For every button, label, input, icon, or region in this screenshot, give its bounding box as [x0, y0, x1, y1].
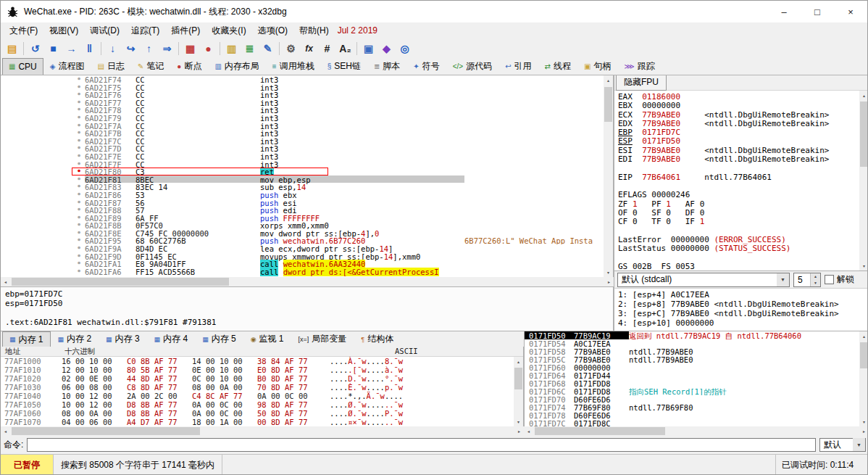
open-file-icon[interactable]: ▤	[3, 40, 21, 57]
disasm-row[interactable]: ●6AD21F7DCCint3	[1, 144, 613, 152]
stack-row[interactable]: 0171FD640171FD44	[525, 371, 868, 379]
scroll-left-icon[interactable]: ◂	[1, 277, 10, 286]
dump-row[interactable]: 77AF106008 00 0A 00D8 8B AF 770A 00 0C 0…	[1, 409, 523, 418]
disasm-row[interactable]: ●6AD21F7BCCint3	[1, 129, 613, 137]
scroll-left-icon[interactable]: ◂	[1, 426, 10, 436]
fx-icon[interactable]: fx	[300, 40, 318, 57]
register-line[interactable]: EIP 77B64061 ntdll.77B64061	[618, 173, 865, 182]
menu-item[interactable]: 帮助(H)	[293, 23, 335, 38]
breakpoints-icon[interactable]: ●	[199, 40, 217, 57]
register-line[interactable]: GS 002B FS 0053	[618, 263, 865, 270]
stack-row[interactable]: 0171FD78D60FE6D6	[525, 411, 868, 419]
dump-row[interactable]: 77AF107004 00 06 00A4 D7 AF 7718 00 1A 0…	[1, 418, 523, 426]
memory-map-icon[interactable]: ▥	[222, 40, 241, 57]
breakpoint-dot[interactable]: ●	[73, 252, 85, 260]
scroll-right-icon[interactable]: ▸	[859, 426, 868, 436]
tab-script[interactable]: ≣脚本	[367, 58, 406, 75]
hash-icon[interactable]: #	[318, 40, 336, 57]
settings-icon[interactable]: ⚙	[282, 40, 300, 57]
breakpoint-dot[interactable]: ●	[73, 144, 85, 152]
tab-threads[interactable]: ⇄线程	[538, 58, 577, 75]
scroll-thumb[interactable]	[860, 342, 868, 368]
scroll-up-icon[interactable]: ▴	[859, 331, 868, 341]
disasm-row[interactable]: ●6AD21F79CCint3	[1, 114, 613, 122]
scroll-thumb[interactable]	[604, 87, 612, 122]
dump-row[interactable]: 77AF100016 00 10 00C0 8B AF 7714 00 10 0…	[1, 357, 523, 365]
argument-line[interactable]: 4: [esp+10] 00000000	[618, 318, 865, 328]
tab-graph[interactable]: ◈流程图	[43, 58, 91, 75]
stepper-down-icon[interactable]: ▼	[811, 280, 820, 286]
tab-memory-4[interactable]: ▦内存 4	[147, 331, 196, 347]
calling-convention-select[interactable]: 默认 (stdcall) ▼	[617, 273, 790, 287]
stack-hscrollbar[interactable]: ◂ ▸	[524, 426, 868, 436]
dump-row[interactable]: 77AF104010 00 12 002A 00 2C 00C4 8C AF 7…	[1, 392, 523, 400]
breakpoint-dot[interactable]: ●	[73, 83, 85, 91]
stepper-buttons[interactable]: ▲▼	[810, 273, 820, 286]
breakpoint-dot[interactable]: ●	[73, 268, 85, 276]
tab-breakpoints[interactable]: ●断点	[170, 58, 208, 75]
menu-item[interactable]: 插件(P)	[165, 23, 206, 38]
trace-record-icon[interactable]: ▦	[181, 40, 199, 57]
tab-locals[interactable]: [x=]局部变量	[291, 331, 354, 347]
disassembly-vscrollbar[interactable]: ▴ ▾	[604, 75, 613, 277]
scroll-track[interactable]	[10, 426, 514, 436]
patches-icon[interactable]: ✎	[259, 40, 277, 57]
scroll-right-icon[interactable]: ▸	[514, 426, 524, 436]
scroll-up-icon[interactable]: ▴	[859, 91, 868, 100]
breakpoint-dot[interactable]: ●	[73, 137, 85, 145]
menu-item[interactable]: 追踪(T)	[125, 23, 165, 38]
scroll-thumb[interactable]	[860, 102, 868, 167]
tab-memory-2[interactable]: ▦内存 2	[51, 331, 99, 347]
disasm-row[interactable]: ●6AD21F8857push edi	[1, 206, 613, 214]
disasm-row[interactable]: ●6AD21F74CCint3	[1, 75, 613, 83]
stack-row[interactable]: 0171FD7C0171FD8C	[525, 419, 868, 426]
scroll-thumb[interactable]	[12, 278, 229, 286]
scroll-thumb[interactable]	[12, 427, 200, 435]
breakpoint-dot[interactable]: ●	[73, 122, 85, 130]
execute-till-return-icon[interactable]: ↑	[140, 40, 158, 57]
disasm-row[interactable]: ●6AD21F7ACCint3	[1, 122, 613, 130]
stack-row[interactable]: 0171FD5077B9AC19返回到 ntdll.77B9AC19 自 ntd…	[525, 331, 868, 339]
register-line[interactable]: LastStatus 00000000 (STATUS_SUCCESS)	[618, 244, 865, 253]
close-button[interactable]: ×	[834, 1, 867, 22]
stepper-up-icon[interactable]: ▲	[811, 273, 820, 280]
stack-row[interactable]: 0171FD5C77B9ABE0ntdll.77B9ABE0	[525, 355, 868, 363]
breakpoint-dot[interactable]: ●	[73, 160, 85, 168]
tab-cpu[interactable]: ▦CPU	[2, 58, 43, 75]
tab-memory-3[interactable]: ▦内存 3	[99, 331, 147, 347]
breakpoint-dot[interactable]: ●	[73, 236, 85, 244]
hide-fpu-button[interactable]: 隐藏FPU	[616, 75, 667, 91]
disasm-row[interactable]: ●6AD21F818BECmov ebp,esp	[1, 175, 613, 183]
argument-line[interactable]: 2: [esp+8] 77B9ABE0 <ntdll.DbgUiRemoteBr…	[618, 300, 865, 309]
disasm-row[interactable]: ●6AD21FA6FF15 ACD5566Bcall dword ptr ds:…	[1, 268, 613, 276]
stack-row[interactable]: 0171FD54A0C17EEA	[525, 339, 868, 347]
disassembly-hscrollbar[interactable]: ◂ ▸	[1, 277, 614, 286]
scroll-down-icon[interactable]: ▾	[859, 417, 868, 426]
breakpoint-dot[interactable]: ●	[73, 152, 85, 160]
breakpoint-dot[interactable]: ●	[73, 260, 85, 268]
breakpoint-dot[interactable]: ●	[73, 99, 85, 107]
breakpoint-dot[interactable]: ●	[73, 129, 85, 137]
checkbox-box[interactable]	[825, 275, 834, 284]
registers-vscrollbar[interactable]: ▴ ▾	[859, 91, 868, 270]
tab-memory-5[interactable]: ▦内存 5	[195, 331, 243, 347]
tab-log[interactable]: ▤日志	[91, 58, 131, 75]
disasm-row[interactable]: ●6AD21F8EC745 FC 00000000mov dword ptr s…	[1, 229, 613, 237]
dump-hscrollbar[interactable]: ◂ ▸	[1, 426, 524, 436]
menu-item[interactable]: 视图(V)	[43, 23, 84, 38]
scroll-up-icon[interactable]: ▴	[514, 357, 523, 366]
stop-icon[interactable]: ■	[44, 40, 62, 57]
step-into-icon[interactable]: ↓	[104, 40, 122, 57]
breakpoint-dot[interactable]: ●	[73, 191, 85, 199]
tab-struct[interactable]: ¶结构体	[354, 331, 401, 347]
disasm-row[interactable]: ●6AD21F8B0F57C0xorps xmm0,xmm0	[1, 221, 613, 229]
tab-symbols[interactable]: ✦符号	[406, 58, 446, 75]
run-to-user-code-icon[interactable]: ⇒	[158, 40, 176, 57]
tab-handles[interactable]: ▣句柄	[577, 58, 617, 75]
stack-vscrollbar[interactable]: ▴ ▾	[859, 331, 868, 426]
stack-row[interactable]: 0171FD6000000000	[525, 363, 868, 371]
breakpoint-dot[interactable]: ●	[73, 183, 85, 191]
maximize-button[interactable]: □	[801, 1, 834, 22]
scroll-thumb[interactable]	[514, 368, 522, 389]
scroll-track[interactable]	[533, 426, 859, 436]
